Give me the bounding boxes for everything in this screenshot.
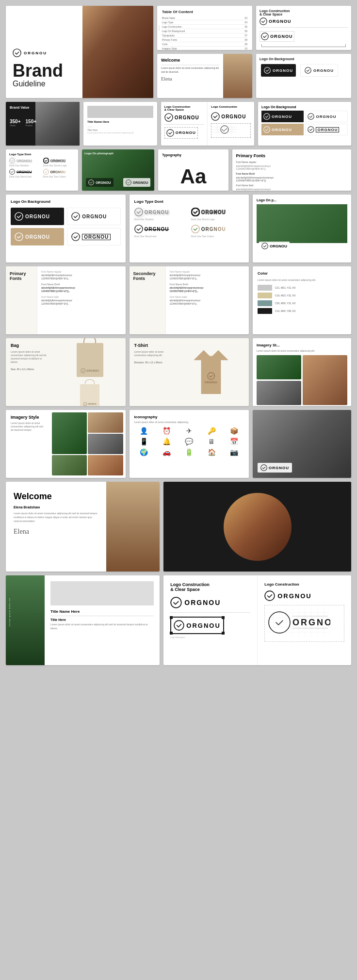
stat-label-1: Clients — [10, 124, 21, 127]
brand-logo-mark: ORGNOU — [13, 49, 80, 57]
logo-grid-construction: ORGNOU — [267, 608, 330, 637]
welcome-big-title: Welcome — [14, 491, 98, 502]
dont-big-rule-2: Dont Use Strock Logo — [191, 218, 244, 221]
tshirt-content: T-Shirt Lorem ipsum dolor sit amet conse… — [130, 338, 249, 406]
bag-body: ORGNOU — [77, 343, 103, 377]
svg-point-21 — [43, 158, 49, 163]
bag-mockup-area: ORGNOU O — [54, 338, 126, 406]
row-7: Imagery Style Lorem ipsum dolor sit amet… — [6, 410, 351, 478]
svg-point-30 — [134, 208, 142, 216]
logo-boxed: ORGNOU — [164, 127, 198, 139]
slide-imagery-style: Imagery Style Lorem ipsum dolor sit amet… — [6, 410, 126, 478]
svg-point-39 — [171, 597, 181, 608]
content-title-here: Title Name Here — [50, 609, 154, 614]
icon-item-11: 🌍 — [134, 448, 154, 456]
logo-check-2 — [166, 129, 174, 137]
orgnou-strock-big: ORGNOU — [201, 210, 226, 215]
partial-col-text: Lorem ipsum dolor sit — [8, 598, 11, 626]
logo-checkmark-icon — [13, 49, 21, 57]
slide-welcome-big: Welcome Elena Bradshaw Lorem ipsum dolor… — [6, 482, 160, 572]
logo-grid-svg-wrapper: ORGNOU — [264, 605, 344, 642]
toc-item: Typography07 — [162, 34, 247, 38]
iconography-desc: Lorem ipsum dolor sit amet consectetur a… — [134, 421, 244, 424]
logo-main-display: ORGNOU — [164, 113, 204, 122]
svg-point-28 — [15, 233, 23, 241]
car-icon: 🚗 — [162, 448, 171, 456]
corner-br — [222, 632, 225, 635]
icon-item-2: ⏰ — [157, 427, 177, 435]
sf-italic-sample: abcdefghijklmnopqrstuvwxyz1234567890!@#$… — [170, 299, 245, 305]
svg-point-34 — [262, 243, 268, 249]
tshirt-text: T-Shirt Lorem ipsum dolor sit amet conse… — [130, 338, 173, 406]
pf-italic-sample: abcdefghijklmnopqrstuvwxyz1234567890!@#$… — [41, 299, 122, 305]
logo-dont-big-grid: ORGNOU Dont Use Shadow ORGNOU Dont Us — [134, 208, 244, 238]
logo-const-boxed: ORGNOU — [170, 617, 224, 634]
welcome-big-photo — [106, 482, 160, 572]
dont-item-3: ORGNOU Dont Use Strock text — [9, 169, 41, 178]
big-orgnou-1: ORGNOU — [25, 214, 50, 219]
stat-2: 150+ Projects — [26, 119, 37, 127]
swatch-color-3 — [258, 300, 272, 306]
icon-item-15: 📷 — [225, 448, 244, 456]
image-placeholder — [87, 106, 153, 118]
dont-logo-2: ORGNOU — [43, 158, 75, 163]
logo-grid-box — [211, 123, 251, 138]
logo-const-icon-1 — [170, 597, 182, 608]
orgnou-on-photo-2: ORGNOU — [133, 181, 148, 184]
sf-regular-sample: abcdefghijklmnopqrstuvwxyz1234567890!@#$… — [170, 274, 245, 280]
typography-title: Typography — [162, 153, 224, 157]
partial-logo-icon — [261, 243, 268, 249]
imagery-sm-4 — [88, 455, 123, 475]
dont-rule-4: Dont Use Two Colors — [43, 175, 75, 178]
color-swatches: C21, M21, Y21, K0 C16, M15, Y31, K0 C50,… — [258, 285, 346, 314]
big-check-dark-1 — [15, 212, 23, 221]
corner-tl — [170, 616, 173, 619]
bag-content: Bag Lorem ipsum dolor sit amet consectet… — [6, 338, 126, 406]
secondary-fonts-samples: Font Name regular abcdefghijklmnopqrstuv… — [166, 266, 249, 334]
icon-item-10: 📅 — [225, 438, 244, 445]
slide-brand-value: Brand Value 350+ Clients 150+ Projects — [6, 102, 80, 146]
orgnou-text-2: ORGNOU — [270, 34, 293, 39]
tshirt-title: T-Shirt — [134, 343, 168, 348]
battery-icon: 🔋 — [185, 448, 193, 456]
camera-icon: 📷 — [230, 448, 238, 456]
swatch-label-3: C50, M30, Y31, K0 — [275, 302, 295, 305]
sf-regular-label: Font Name regular — [170, 270, 245, 273]
logo-dont-grid: ORGNOU Dont Use Shadow ORGNOU Dont Us — [9, 158, 75, 178]
slide-logo-bg-big: Logo On Background ORGNOU — [6, 195, 126, 262]
logo-const-sub: Logo Construction — [211, 105, 251, 108]
logo-construction-split: Logo Construction& Clear Space ORGNOU — [161, 102, 254, 146]
slide-circle-portrait — [163, 482, 351, 572]
slide-color: Color Lorem ipsum dolor sit amet consect… — [253, 266, 351, 334]
orgnou-shadow-big: ORGNOU — [145, 210, 169, 215]
primary-fonts-label: Primary Fonts — [6, 266, 37, 334]
dont-big-icon-1 — [134, 208, 143, 216]
svg-point-19 — [308, 127, 314, 133]
toc-item: Imagery Style10 — [162, 47, 247, 50]
slide-logo-dont-big: Logo Type Dont ORGNOU Dont Use Shadow — [130, 195, 249, 262]
body-placeholder: Lorem ipsum dolor sit amet consectetur a… — [87, 131, 153, 134]
bag-text: Bag Lorem ipsum dolor sit amet consectet… — [6, 338, 54, 406]
bag-logo: ORGNOU — [81, 368, 99, 373]
right-partial-content: ORGNOU — [253, 410, 351, 478]
tshirt-desc: Lorem ipsum dolor sit amet consectetur a… — [134, 350, 168, 357]
imagery-partial-desc: Lorem ipsum dolor sit amet consectetur a… — [257, 349, 347, 353]
primary-italic: Font Name Italic abcdefghijklmnopqrstuvw… — [41, 295, 122, 305]
slide-tshirt: T-Shirt Lorem ipsum dolor sit amet conse… — [130, 338, 249, 406]
bell-icon: 🔔 — [162, 438, 171, 445]
box-icon: 📦 — [230, 427, 238, 435]
orgnou-struck-big: ORGNOU — [145, 227, 169, 232]
logo-bg-light: ORGNOU — [305, 111, 348, 122]
slide-primary-fonts-big: Primary Fonts Font Name regular abcdefgh… — [6, 266, 126, 334]
swatch-color-4 — [258, 308, 272, 314]
orgnou-label-1: ORGNOU — [175, 115, 199, 120]
svg-point-38 — [261, 465, 267, 471]
logo-grid-icon — [212, 125, 237, 134]
orgnou-white-bg: ORGNOU — [272, 114, 292, 119]
toc-item: Brand Value03 — [162, 16, 247, 20]
logo-const-right: Logo Construction ORGNOU — [208, 102, 254, 146]
primary-fonts-sm-content: Primary Fonts Font Name regular abcdefgh… — [232, 149, 351, 191]
stat-1: 350+ Clients — [10, 119, 21, 127]
row-5: Primary Fonts Font Name regular abcdefgh… — [6, 266, 351, 334]
bag-title: Bag — [11, 343, 49, 348]
